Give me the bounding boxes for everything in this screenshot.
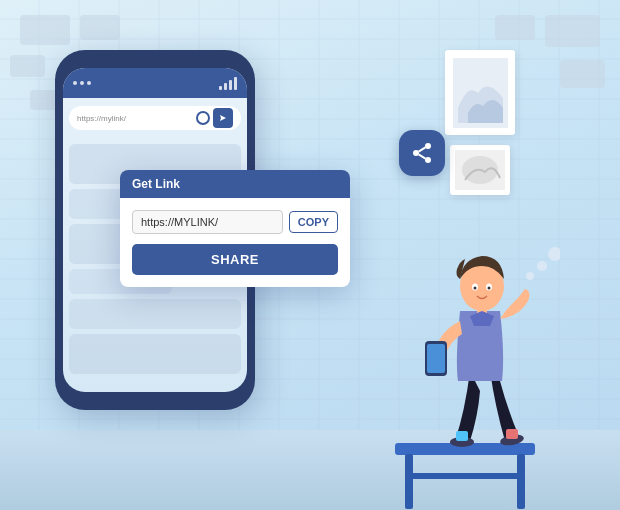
share-icon xyxy=(410,141,434,165)
signal-bars xyxy=(219,77,237,90)
url-row: https://MYLINK/ COPY xyxy=(132,210,338,234)
wall-deco-7 xyxy=(560,60,605,88)
phone-header xyxy=(63,68,247,98)
wall-picture-1 xyxy=(445,50,515,135)
bar-1 xyxy=(219,86,222,90)
share-button[interactable]: SHARE xyxy=(132,244,338,275)
person-illustration xyxy=(400,171,560,455)
wall-deco-5 xyxy=(545,15,600,47)
status-dot-2 xyxy=(80,81,84,85)
phone-search-icon xyxy=(196,111,210,125)
wall-deco-2 xyxy=(80,15,120,40)
share-icon-bubble[interactable] xyxy=(399,130,445,176)
wall-deco-6 xyxy=(495,15,535,40)
dialog-body: https://MYLINK/ COPY SHARE xyxy=(120,198,350,287)
bench-support xyxy=(405,473,525,479)
svg-rect-11 xyxy=(506,429,518,439)
phone-search-text: https://mylink/ xyxy=(77,114,126,123)
svg-point-21 xyxy=(537,261,547,271)
bench-leg-right xyxy=(517,454,525,509)
bench-leg-left xyxy=(405,454,413,509)
svg-point-20 xyxy=(526,272,534,280)
svg-line-6 xyxy=(419,147,426,151)
bar-3 xyxy=(229,80,232,90)
dialog-title: Get Link xyxy=(132,177,180,191)
content-block-6 xyxy=(69,334,241,374)
bar-2 xyxy=(224,83,227,90)
status-dot-3 xyxy=(87,81,91,85)
content-block-5 xyxy=(69,299,241,329)
copy-button[interactable]: COPY xyxy=(289,211,338,233)
svg-rect-18 xyxy=(427,344,445,373)
phone-search-bar[interactable]: https://mylink/ xyxy=(69,106,241,130)
url-input[interactable]: https://MYLINK/ xyxy=(132,210,283,234)
wall-deco-1 xyxy=(20,15,70,45)
wall-deco-3 xyxy=(10,55,45,77)
svg-point-22 xyxy=(548,247,560,261)
get-link-dialog: Get Link https://MYLINK/ COPY SHARE xyxy=(120,170,350,287)
dialog-header: Get Link xyxy=(120,170,350,198)
phone-status-dots xyxy=(73,81,91,85)
svg-rect-10 xyxy=(456,431,468,441)
phone-send-button[interactable] xyxy=(213,108,233,128)
status-dot-1 xyxy=(73,81,77,85)
svg-point-16 xyxy=(488,287,491,290)
bar-4 xyxy=(234,77,237,90)
svg-point-15 xyxy=(474,287,477,290)
svg-line-7 xyxy=(419,154,426,158)
